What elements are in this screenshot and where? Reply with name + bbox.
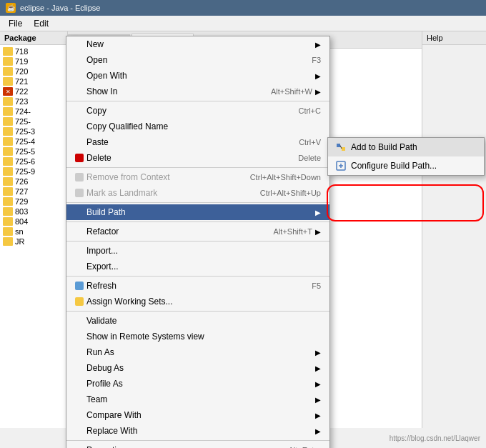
package-item-725-4[interactable]: 725-4 <box>0 136 67 146</box>
context-menu-separator <box>66 311 329 312</box>
package-item-803[interactable]: 803 <box>0 206 67 216</box>
submenu-arrow-icon: ▶ <box>315 41 321 49</box>
context-menu-item-assign-working-sets[interactable]: Assign Working Sets... <box>66 294 329 309</box>
submenu-arrow-icon: ▶ <box>315 209 321 216</box>
package-item-icon <box>3 107 13 116</box>
package-item-label: 725-9 <box>15 167 35 176</box>
context-menu-item-label: Paste <box>86 137 284 147</box>
package-item-icon <box>3 57 13 66</box>
context-menu-item-replace-with[interactable]: Replace With▶ <box>66 423 329 439</box>
context-menu-item-icon <box>75 247 84 255</box>
context-menu-item-right: ▶ <box>315 396 321 404</box>
package-item-725-5[interactable]: 725-5 <box>0 146 67 156</box>
context-menu-item-refactor[interactable]: RefactorAlt+Shift+T▶ <box>66 224 329 239</box>
package-item-label: 720 <box>15 67 28 76</box>
menu-file[interactable]: File <box>3 17 28 30</box>
package-item-725-6[interactable]: 725-6 <box>0 156 67 166</box>
context-menu-item-icon <box>75 282 84 290</box>
context-menu-item-delete[interactable]: DeleteDelete <box>66 150 329 166</box>
package-item-721[interactable]: 721 <box>0 76 67 86</box>
menu-bar: File Edit <box>0 16 486 31</box>
menu-edit[interactable]: Edit <box>28 17 54 30</box>
package-item-726[interactable]: 726 <box>0 176 67 186</box>
context-menu-item-validate[interactable]: Validate <box>66 313 329 329</box>
context-menu-item-right: Ctrl+C <box>284 106 321 115</box>
context-menu-item-show-in[interactable]: Show InAlt+Shift+W▶ <box>66 84 329 99</box>
context-menu-item-open-with[interactable]: Open With▶ <box>66 68 329 84</box>
context-menu-shortcut: Delete <box>298 154 321 162</box>
context-menu-item-build-path[interactable]: Build Path▶ <box>66 204 329 220</box>
package-item-label: 727 <box>15 187 28 196</box>
context-menu-item-run-as[interactable]: Run As▶ <box>66 344 329 360</box>
context-menu-item-right: ▶ <box>315 364 321 372</box>
package-item-icon <box>3 77 13 86</box>
context-menu-item-icon <box>75 364 84 372</box>
context-menu-item-right: ▶ <box>315 380 321 388</box>
context-menu-item-properties[interactable]: PropertiesAlt+Enter <box>66 442 329 448</box>
context-menu-item-label: Mark as Landmark <box>86 188 246 198</box>
submenu-arrow-icon: ▶ <box>315 228 321 236</box>
context-menu-item-right: ▶ <box>315 41 321 49</box>
context-menu-item-compare-with[interactable]: Compare With▶ <box>66 407 329 423</box>
package-item-icon <box>3 167 13 176</box>
context-menu-item-refresh[interactable]: RefreshF5 <box>66 278 329 294</box>
watermark: https://blog.csdn.net/Llaqwer <box>390 434 480 442</box>
submenu-item-icon <box>335 141 347 153</box>
context-menu-item-show-in-remote-systems-view[interactable]: Show in Remote Systems view <box>66 329 329 344</box>
package-item-label: 721 <box>15 77 28 86</box>
package-item-724-[interactable]: 724- <box>0 106 67 116</box>
package-item-725-9[interactable]: 725-9 <box>0 166 67 176</box>
context-menu-item-label: Show In <box>86 86 257 96</box>
context-menu-item-team[interactable]: Team▶ <box>66 392 329 407</box>
context-menu-item-debug-as[interactable]: Debug As▶ <box>66 360 329 376</box>
context-menu-item-export[interactable]: Export... <box>66 259 329 274</box>
context-menu-item-open[interactable]: OpenF3 <box>66 52 329 68</box>
context-menu-item-icon <box>75 122 84 131</box>
submenu-item-label: Configure Build Path... <box>351 161 437 171</box>
context-menu-item-icon <box>75 106 84 115</box>
context-menu-item-new[interactable]: New▶ <box>66 36 329 52</box>
context-menu-item-label: Remove from Context <box>86 172 236 182</box>
submenu-item-configure-build-path[interactable]: Configure Build Path... <box>328 156 484 175</box>
context-menu-item-icon <box>75 189 84 197</box>
package-item-sn[interactable]: sn <box>0 227 67 237</box>
package-item-label: 724- <box>15 107 31 116</box>
package-item-icon <box>3 157 13 166</box>
context-menu-item-copy-qualified-name[interactable]: Copy Qualified Name <box>66 119 329 134</box>
context-menu-item-right: Ctrl+V <box>284 138 321 146</box>
package-item-icon <box>3 207 13 216</box>
submenu-arrow-icon: ▶ <box>315 88 321 96</box>
context-menu-item-icon <box>75 379 84 388</box>
submenu-item-add-to-build-path[interactable]: Add to Build Path <box>328 138 484 156</box>
context-menu-item-right: Alt+Shift+T▶ <box>259 227 321 236</box>
package-item-720[interactable]: 720 <box>0 66 67 76</box>
package-item-725-[interactable]: 725- <box>0 116 67 126</box>
package-item-icon <box>3 227 13 236</box>
context-menu-item-label: Export... <box>86 262 321 272</box>
context-menu-item-copy[interactable]: CopyCtrl+C <box>66 103 329 119</box>
context-menu-shortcut: F5 <box>312 282 321 290</box>
submenu-arrow-icon: ▶ <box>315 380 321 388</box>
package-item-723[interactable]: 723 <box>0 96 67 106</box>
package-item-804[interactable]: 804 <box>0 216 67 227</box>
package-item-722[interactable]: ✕722 <box>0 86 67 96</box>
context-menu-item-right: Delete <box>284 154 321 162</box>
app-icon: ☕ <box>6 3 16 13</box>
context-menu-item-import[interactable]: Import... <box>66 243 329 259</box>
context-menu-item-right: ▶ <box>315 72 321 80</box>
help-header: Help <box>422 31 486 45</box>
package-item-JR[interactable]: JR <box>0 237 67 247</box>
package-item-icon <box>3 187 13 196</box>
context-menu-item-label: Profile As <box>86 379 315 389</box>
context-menu-item-paste[interactable]: PasteCtrl+V <box>66 134 329 150</box>
package-item-729[interactable]: 729 <box>0 196 67 206</box>
context-menu-item-profile-as[interactable]: Profile As▶ <box>66 376 329 392</box>
package-item-icon <box>3 127 13 136</box>
package-item-icon <box>3 97 13 106</box>
package-item-725-3[interactable]: 725-3 <box>0 126 67 136</box>
submenu-item-icon <box>335 160 347 171</box>
package-item-727[interactable]: 727 <box>0 186 67 196</box>
context-menu-item-label: Assign Working Sets... <box>86 297 321 307</box>
package-item-718[interactable]: 718 <box>0 46 67 56</box>
package-item-719[interactable]: 719 <box>0 56 67 66</box>
